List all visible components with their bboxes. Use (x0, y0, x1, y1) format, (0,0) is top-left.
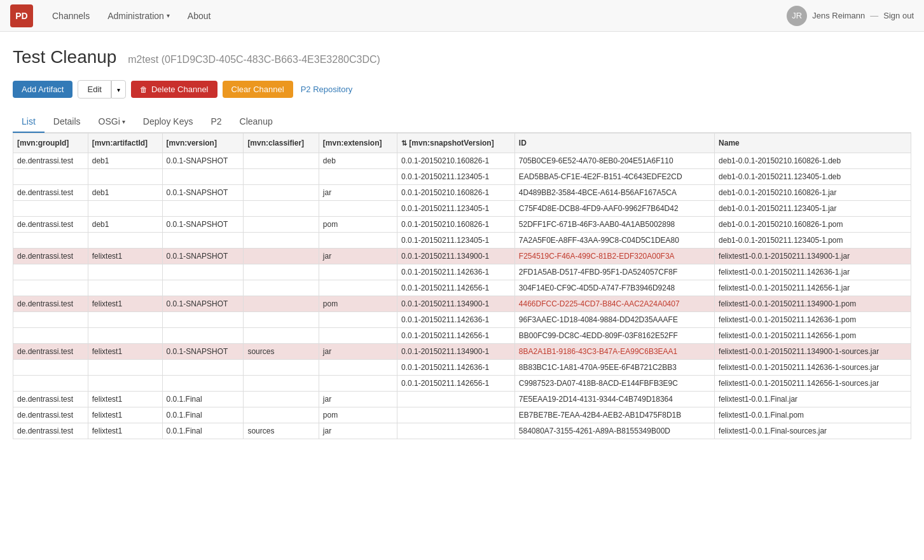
table-row: de.dentrassi.testdeb10.0.1-SNAPSHOTdeb0.… (13, 153, 911, 169)
sign-out-link[interactable]: Sign out (883, 11, 914, 20)
col-header-classifier: [mvn:classifier] (244, 133, 319, 153)
avatar: JR (787, 6, 807, 26)
sort-icon: ⇅ (401, 139, 407, 147)
add-artifact-button[interactable]: Add Artifact (13, 81, 72, 98)
nav-about[interactable]: About (181, 2, 217, 30)
p2-repository-button[interactable]: P2 Repository (298, 81, 355, 98)
table-row: 0.0.1-20150211.142656-1BB00FC99-DC8C-4ED… (13, 328, 911, 344)
edit-dropdown-button[interactable]: ▾ (111, 80, 126, 99)
table-row: de.dentrassi.testfelixtest10.0.1-SNAPSHO… (13, 296, 911, 312)
artifacts-table: [mvn:groupId] [mvn:artifactId] [mvn:vers… (13, 133, 911, 439)
trash-icon: 🗑 (140, 85, 148, 94)
osgi-caret-icon: ▾ (122, 118, 125, 125)
col-header-name: Name (715, 133, 911, 153)
table-row: 0.0.1-20150211.123405-17A2A5F0E-A8FF-43A… (13, 233, 911, 249)
table-row: 0.0.1-20150211.123405-1EAD5BBA5-CF1E-4E2… (13, 169, 911, 185)
table-body: de.dentrassi.testdeb10.0.1-SNAPSHOTdeb0.… (13, 153, 911, 439)
tab-deploy-keys[interactable]: Deploy Keys (134, 111, 202, 133)
navbar-right: JR Jens Reimann — Sign out (787, 6, 914, 26)
table-row: 0.0.1-20150211.142656-1304F14E0-CF9C-4D5… (13, 280, 911, 296)
delete-channel-button[interactable]: 🗑 Delete Channel (131, 81, 217, 98)
page-content: Test Cleanup m2test (0F1D9C3D-405C-483C-… (0, 32, 924, 454)
table-row: 0.0.1-20150211.142636-18B83BC1C-1A81-470… (13, 360, 911, 376)
navbar-items: Channels Administration ▾ About (46, 2, 787, 30)
table-row: de.dentrassi.testfelixtest10.0.1-SNAPSHO… (13, 344, 911, 360)
table-row: de.dentrassi.testfelixtest10.0.1.Finalja… (13, 392, 911, 407)
nav-administration[interactable]: Administration ▾ (101, 2, 176, 30)
table-row: de.dentrassi.testdeb10.0.1-SNAPSHOTjar0.… (13, 185, 911, 201)
table-row: de.dentrassi.testfelixtest10.0.1-SNAPSHO… (13, 249, 911, 264)
tab-list[interactable]: List (13, 111, 45, 133)
table-row: de.dentrassi.testfelixtest10.0.1.Finalso… (13, 423, 911, 439)
clear-channel-button[interactable]: Clear Channel (223, 81, 293, 98)
app-logo: PD (10, 4, 33, 27)
page-title: Test Cleanup m2test (0F1D9C3D-405C-483C-… (13, 47, 911, 67)
col-header-id: ID (514, 133, 714, 153)
admin-caret-icon: ▾ (167, 12, 170, 19)
user-name: Jens Reimann (812, 11, 865, 20)
edit-caret-icon: ▾ (117, 86, 120, 93)
table-row: 0.0.1-20150211.142636-196F3AAEC-1D18-408… (13, 312, 911, 328)
col-header-version: [mvn:version] (162, 133, 244, 153)
edit-button[interactable]: Edit (78, 80, 111, 99)
edit-button-group: Edit ▾ (78, 80, 125, 99)
table-row: 0.0.1-20150211.142656-1C9987523-DA07-418… (13, 376, 911, 392)
col-header-extension: [mvn:extension] (319, 133, 397, 153)
table-row: de.dentrassi.testdeb10.0.1-SNAPSHOTpom0.… (13, 217, 911, 233)
navbar: PD Channels Administration ▾ About JR Je… (0, 0, 924, 32)
action-bar: Add Artifact Edit ▾ 🗑 Delete Channel Cle… (13, 80, 911, 99)
col-header-snapshotversion[interactable]: ⇅ [mvn:snapshotVersion] (397, 133, 514, 153)
nav-channels[interactable]: Channels (46, 2, 96, 30)
artifacts-table-container: [mvn:groupId] [mvn:artifactId] [mvn:vers… (13, 133, 911, 439)
table-row: de.dentrassi.testfelixtest10.0.1.Finalpo… (13, 407, 911, 423)
table-row: 0.0.1-20150211.123405-1C75F4D8E-DCB8-4FD… (13, 201, 911, 217)
col-header-artifactid: [mvn:artifactId] (88, 133, 162, 153)
col-header-groupid: [mvn:groupId] (13, 133, 88, 153)
table-header-row: [mvn:groupId] [mvn:artifactId] [mvn:vers… (13, 133, 911, 153)
tabs: List Details OSGi ▾ Deploy Keys P2 Clean… (13, 111, 911, 133)
page-subtitle: m2test (0F1D9C3D-405C-483C-B663-4E3E3280… (128, 54, 380, 65)
table-row: 0.0.1-20150211.142636-12FD1A5AB-D517-4FB… (13, 264, 911, 280)
tab-cleanup[interactable]: Cleanup (231, 111, 282, 133)
tab-details[interactable]: Details (45, 111, 90, 133)
tab-p2[interactable]: P2 (202, 111, 230, 133)
tab-osgi[interactable]: OSGi ▾ (90, 111, 134, 133)
